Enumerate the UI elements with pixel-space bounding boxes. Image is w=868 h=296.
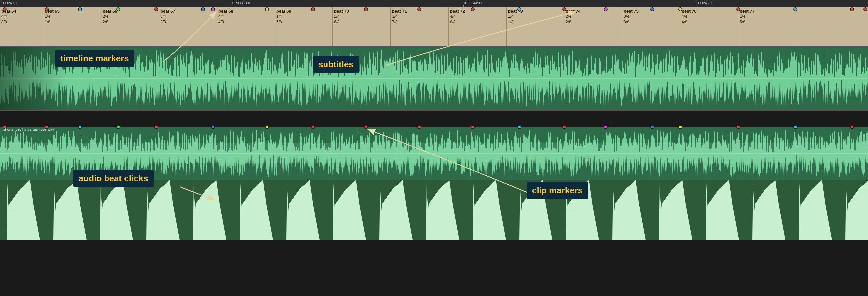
beat-click-track bbox=[0, 180, 868, 240]
beat-cell-2: beat 662/42/8 bbox=[101, 7, 159, 46]
ruler-tick-1: 01:00:40:00 bbox=[0, 1, 18, 7]
clip-dot-9 bbox=[417, 125, 421, 129]
beat-cell-7: beat 713/47/8 bbox=[391, 7, 448, 46]
annotation-subtitles: subtitles bbox=[313, 56, 359, 73]
annotation-timeline-markers: timeline markers bbox=[55, 50, 134, 67]
timeline-dot-16 bbox=[678, 7, 682, 11]
timeline-dot-3 bbox=[117, 7, 121, 11]
timeline-dot-15 bbox=[650, 7, 654, 11]
clip-dot-3 bbox=[117, 125, 121, 129]
clip-dot-2 bbox=[78, 125, 82, 129]
timeline-dot-7 bbox=[265, 7, 269, 11]
clip-dot-17 bbox=[794, 125, 798, 129]
ruler-tick-4: 01:00:46:00 bbox=[695, 1, 713, 7]
beat-cell-5: beat 691/45/8 bbox=[275, 7, 333, 46]
clip-markers-row bbox=[0, 125, 868, 130]
track-separator-1 bbox=[0, 110, 868, 111]
timeline-dot-20 bbox=[863, 7, 867, 11]
timeline-ruler: 01:00:40:00 01:00:42:00 01:00:44:00 01:0… bbox=[0, 0, 868, 7]
beat-cell-12: beat 764/44/8 bbox=[680, 7, 738, 46]
timeline-dot-0 bbox=[3, 7, 7, 11]
clip-dot-16 bbox=[736, 125, 740, 129]
beat-cell-0: beat 644/48/8 bbox=[0, 7, 43, 46]
clip-dot-5 bbox=[211, 125, 215, 129]
annotation-clip-markers: clip markers bbox=[527, 182, 588, 199]
timeline-dot-1 bbox=[44, 7, 49, 11]
clip-dot-14 bbox=[650, 125, 654, 129]
beat-cell-6: beat 702/46/8 bbox=[333, 7, 391, 46]
beat-cell-11: beat 753/43/8 bbox=[622, 7, 680, 46]
clip-dot-18 bbox=[850, 125, 854, 129]
timeline-dot-19 bbox=[850, 7, 854, 11]
clip-dot-13 bbox=[604, 125, 608, 129]
timeline-dot-13 bbox=[562, 7, 566, 11]
timeline-dot-2 bbox=[78, 7, 82, 11]
clip-dot-15 bbox=[678, 125, 682, 129]
beat-cell-10: beat 742/42/8 bbox=[564, 7, 622, 46]
timeline-dot-18 bbox=[794, 7, 798, 11]
timeline-dot-12 bbox=[517, 7, 521, 11]
clip-dot-6 bbox=[265, 125, 269, 129]
timeline-dot-9 bbox=[364, 7, 368, 11]
beat-cell-4: beat 684/44/8 bbox=[217, 7, 275, 46]
timeline-dot-14 bbox=[604, 7, 608, 11]
clip-dot-10 bbox=[471, 125, 475, 129]
timeline-dot-10 bbox=[417, 7, 421, 11]
timeline-dot-4 bbox=[154, 7, 158, 11]
ruler-tick-2: 01:00:42:00 bbox=[231, 1, 250, 7]
clip-dot-4 bbox=[154, 125, 158, 129]
beat-cell-1: beat 651/41/8 bbox=[43, 7, 101, 46]
timeline-dot-17 bbox=[736, 7, 740, 11]
timeline-dot-6 bbox=[211, 7, 215, 11]
clip-dot-12 bbox=[562, 125, 566, 129]
filename-label: _short2_devil-s-bargain 55s.wav bbox=[1, 127, 54, 131]
clip-dot-11 bbox=[517, 125, 521, 129]
beat-cell-8: beat 724/48/8 bbox=[448, 7, 506, 46]
timeline-dot-8 bbox=[311, 7, 315, 11]
annotation-audio-beat-clicks: audio beat clicks bbox=[73, 170, 154, 187]
clip-dot-7 bbox=[311, 125, 315, 129]
timeline-dot-5 bbox=[201, 7, 205, 11]
clip-dot-8 bbox=[364, 125, 368, 129]
beat-markers-row: beat 644/48/8beat 651/41/8beat 662/42/8b… bbox=[0, 7, 868, 47]
beat-cell-3: beat 673/43/8 bbox=[159, 7, 217, 46]
beat-cell-13: beat 771/45/8 bbox=[738, 7, 796, 46]
ruler-tick-3: 01:00:44:00 bbox=[463, 1, 482, 7]
timeline-dot-11 bbox=[471, 7, 475, 11]
beat-cell-9: beat 731/41/8 bbox=[506, 7, 564, 46]
